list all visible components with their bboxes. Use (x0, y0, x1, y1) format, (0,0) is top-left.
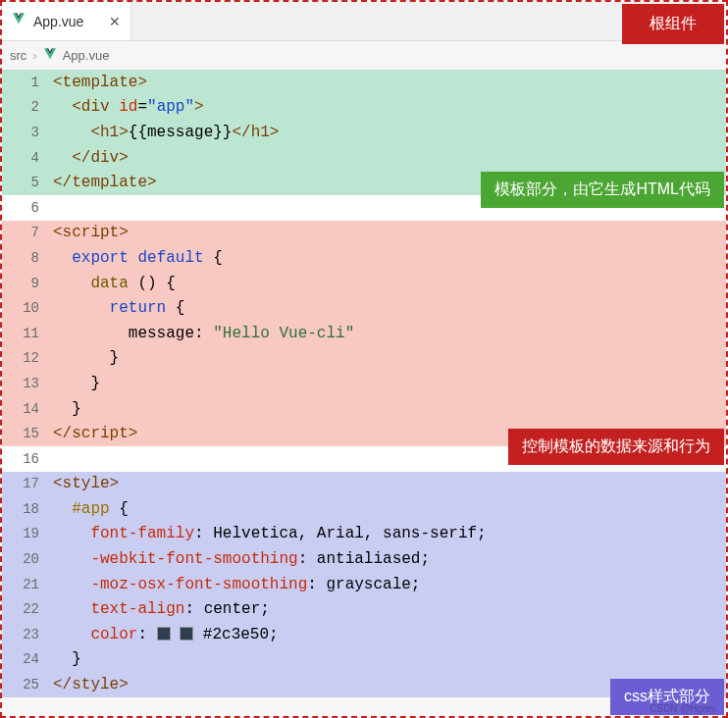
line-number: 8 (2, 250, 53, 266)
line-number: 23 (2, 627, 53, 642)
code-line[interactable]: 23 color: #2c3e50; (2, 622, 726, 647)
code-line[interactable]: 3 <h1>{{message}}</h1> (2, 120, 726, 145)
line-number: 15 (2, 426, 53, 441)
code-line[interactable]: 21 -moz-osx-font-smoothing: grayscale; (2, 572, 726, 597)
code-line[interactable]: 9 data () { (2, 271, 726, 296)
annotation-script: 控制模板的数据来源和行为 (508, 429, 724, 465)
code-line[interactable]: 2 <div id="app"> (2, 95, 726, 121)
code-line[interactable]: 18 #app { (2, 496, 726, 522)
line-number: 16 (2, 451, 53, 467)
line-content[interactable]: return { (53, 299, 726, 317)
line-content[interactable]: <script> (53, 224, 726, 241)
line-number: 2 (2, 99, 53, 115)
watermark: CSDN @Hgrey. (650, 703, 718, 714)
breadcrumb: src › App.vue (2, 41, 726, 70)
line-content[interactable]: <h1>{{message}}</h1> (53, 124, 726, 141)
breadcrumb-item[interactable]: src (10, 48, 26, 63)
line-content[interactable]: font-family: Helvetica, Arial, sans-seri… (53, 525, 726, 542)
vue-icon (12, 12, 26, 30)
line-number: 10 (2, 300, 53, 316)
code-line[interactable]: 11 message: "Hello Vue-cli" (2, 321, 726, 346)
line-content[interactable]: data () { (53, 275, 726, 292)
line-content[interactable]: } (53, 375, 726, 392)
code-line[interactable]: 14 } (2, 396, 726, 422)
annotation-root-component: 根组件 (622, 4, 724, 44)
line-number: 9 (2, 276, 53, 291)
tab-label: App.vue (33, 14, 83, 29)
code-editor[interactable]: 1<template>2 <div id="app">3 <h1>{{messa… (2, 70, 726, 697)
line-number: 24 (2, 651, 53, 667)
annotation-template: 模板部分，由它生成HTML代码 (481, 172, 724, 208)
line-content[interactable]: <template> (53, 74, 726, 91)
code-line[interactable]: 7<script> (2, 221, 726, 246)
line-content[interactable]: <style> (53, 475, 726, 492)
code-line[interactable]: 10 return { (2, 295, 726, 321)
vue-icon (43, 47, 57, 64)
line-content[interactable]: } (53, 400, 726, 418)
line-number: 25 (2, 677, 53, 692)
line-content[interactable]: -webkit-font-smoothing: antialiased; (53, 550, 726, 568)
chevron-right-icon: › (32, 48, 36, 63)
line-number: 20 (2, 551, 53, 567)
close-icon[interactable]: ✕ (109, 14, 121, 29)
line-number: 7 (2, 225, 53, 240)
line-number: 4 (2, 150, 53, 166)
line-number: 21 (2, 577, 53, 592)
code-line[interactable]: 24 } (2, 647, 726, 673)
line-content[interactable]: -moz-osx-font-smoothing: grayscale; (53, 576, 726, 593)
line-content[interactable]: message: "Hello Vue-cli" (53, 325, 726, 342)
code-line[interactable]: 19 font-family: Helvetica, Arial, sans-s… (2, 522, 726, 547)
code-line[interactable]: 12 } (2, 346, 726, 372)
line-number: 13 (2, 376, 53, 391)
code-line[interactable]: 8 export default { (2, 245, 726, 271)
line-number: 5 (2, 175, 53, 190)
line-number: 6 (2, 200, 53, 216)
code-line[interactable]: 22 text-align: center; (2, 596, 726, 622)
line-number: 12 (2, 350, 53, 366)
code-line[interactable]: 20 -webkit-font-smoothing: antialiased; (2, 546, 726, 572)
code-line[interactable]: 4 </div> (2, 145, 726, 171)
line-content[interactable]: <div id="app"> (53, 98, 726, 116)
file-tab[interactable]: App.vue ✕ (2, 2, 131, 40)
line-content[interactable]: #app { (53, 500, 726, 518)
line-content[interactable]: </div> (53, 149, 726, 167)
code-line[interactable]: 17<style> (2, 472, 726, 497)
line-number: 1 (2, 75, 53, 90)
line-number: 14 (2, 401, 53, 417)
line-content[interactable]: } (53, 650, 726, 668)
line-number: 19 (2, 526, 53, 541)
tab-bar: App.vue ✕ (2, 2, 726, 41)
line-content[interactable]: color: #2c3e50; (53, 626, 726, 643)
breadcrumb-item[interactable]: App.vue (63, 48, 110, 63)
line-number: 17 (2, 476, 53, 491)
code-line[interactable]: 13 } (2, 371, 726, 396)
line-content[interactable]: text-align: center; (53, 600, 726, 618)
line-number: 3 (2, 125, 53, 140)
code-line[interactable]: 1<template> (2, 70, 726, 95)
line-number: 18 (2, 501, 53, 517)
line-content[interactable]: export default { (53, 249, 726, 267)
line-number: 22 (2, 601, 53, 617)
line-number: 11 (2, 326, 53, 341)
line-content[interactable]: } (53, 349, 726, 367)
